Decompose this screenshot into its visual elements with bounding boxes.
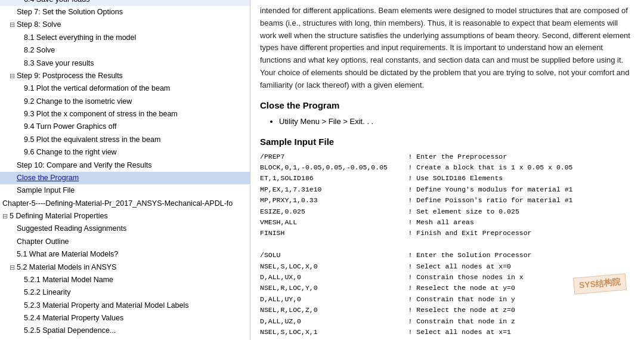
toc-item-sample-input[interactable]: Sample Input File bbox=[0, 184, 250, 197]
code-line: NSEL,S,LOC,X,1 ! Select all nodes at x=1 bbox=[260, 327, 634, 338]
code-command: MP,PRXY,1,0.33 bbox=[260, 195, 408, 206]
code-comment: ! Reselect the node at y=0 bbox=[408, 283, 515, 293]
tree-toggle-icon[interactable]: ⊟ bbox=[2, 211, 10, 221]
toc-item-step9-95[interactable]: 9.5 Plot the equivalent stress in the be… bbox=[0, 134, 250, 146]
toc-label: 8.3 Save your results bbox=[24, 59, 94, 67]
code-command: ESIZE,0.025 bbox=[260, 206, 408, 217]
code-line: /PREP7 ! Enter the Preprocessor bbox=[260, 152, 634, 162]
intro-paragraph: intended for different applications. Bea… bbox=[260, 5, 634, 92]
code-line: D,ALL,UZ,0 ! Constrain that node in z bbox=[260, 316, 634, 327]
toc-label: 5.2.2 Linearity bbox=[24, 288, 71, 296]
code-line: NSEL,R,LOC,Z,0 ! Reselect the node at z=… bbox=[260, 305, 634, 316]
code-command: D,ALL,UY,0 bbox=[260, 294, 408, 305]
code-command: FINISH bbox=[260, 228, 408, 239]
code-command: NSEL,R,LOC,Y,0 bbox=[260, 338, 408, 340]
close-bullet-text: Utility Menu > File > Exit. . . bbox=[279, 117, 373, 126]
code-line: MP,PRXY,1,0.33 ! Define Poisson's ratio … bbox=[260, 195, 634, 206]
toc-label: 5.2.5 Spatial Dependence... bbox=[24, 326, 116, 335]
code-comment: ! Reselect nodes at y=0 bbox=[408, 338, 503, 340]
toc-item-ch5-title[interactable]: Chapter-5----Defining-Material-Pr_2017_A… bbox=[0, 197, 250, 210]
code-comment: ! Define Poisson's ratio for material #1 bbox=[408, 195, 572, 206]
toc-panel[interactable]: 5.5 Select the node at (0,0,0) 5.6 Const… bbox=[0, 0, 250, 340]
code-command: VMESH,ALL bbox=[260, 217, 408, 228]
toc-item-ch5-sec5[interactable]: ⊟5 Defining Material Properties bbox=[0, 210, 250, 222]
toc-label: 5.1 What are Material Models? bbox=[17, 250, 118, 258]
code-command: NSEL,R,LOC,Z,0 bbox=[260, 305, 408, 316]
toc-item-step7[interactable]: Step 7: Set the Solution Options bbox=[0, 6, 250, 18]
toc-item-ch5-51[interactable]: 5.1 What are Material Models? bbox=[0, 248, 250, 261]
toc-label: 5.2.1 Material Model Name bbox=[24, 276, 113, 284]
toc-item-ch5-525[interactable]: 5.2.5 Spatial Dependence... bbox=[0, 324, 250, 337]
toc-item-step9-93[interactable]: 9.3 Plot the x component of stress in th… bbox=[0, 108, 250, 120]
toc-item-ch5-523[interactable]: 5.2.3 Material Property and Material Mod… bbox=[0, 299, 250, 312]
code-comment: ! Constrain those nodes in x bbox=[408, 272, 523, 283]
toc-label: Chapter Outline bbox=[17, 237, 69, 246]
code-block: /PREP7 ! Enter the PreprocessorBLOCK,0,1… bbox=[260, 152, 634, 340]
close-bullet-item: Utility Menu > File > Exit. . . bbox=[279, 115, 634, 128]
code-line: NSEL,S,LOC,X,0 ! Select all nodes at x=0 bbox=[260, 261, 634, 272]
toc-label: Step 10: Compare and Verify the Results bbox=[17, 161, 152, 169]
toc-label: 8.2 Solve bbox=[24, 46, 55, 54]
toc-item-ch5-outline[interactable]: Chapter Outline bbox=[0, 236, 250, 248]
close-bullets: Utility Menu > File > Exit. . . bbox=[260, 115, 634, 128]
code-comment: ! Enter the Preprocessor bbox=[408, 152, 507, 162]
toc-item-ch5-52[interactable]: ⊟5.2 Material Models in ANSYS bbox=[0, 261, 250, 274]
code-comment: ! Enter the Solution Processor bbox=[408, 250, 531, 261]
toc-label: Suggested Reading Assignments bbox=[17, 224, 126, 233]
code-line: NSEL,R,LOC,Y,0 ! Reselect nodes at y=0 bbox=[260, 338, 634, 340]
code-command: NSEL,S,LOC,X,1 bbox=[260, 327, 408, 338]
code-command: NSEL,R,LOC,Y,0 bbox=[260, 283, 408, 293]
toc-item-step6-64[interactable]: 6.4 Save your loads bbox=[0, 0, 250, 6]
toc-item-step9-91[interactable]: 9.1 Plot the vertical deformation of the… bbox=[0, 82, 250, 95]
code-line: D,ALL,UY,0 ! Constrain that node in y bbox=[260, 294, 634, 305]
code-line: /SOLU ! Enter the Solution Processor bbox=[260, 250, 634, 261]
toc-label: 5.2.3 Material Property and Material Mod… bbox=[24, 301, 189, 310]
code-command: D,ALL,UZ,0 bbox=[260, 316, 408, 327]
toc-item-step8[interactable]: ⊟Step 8: Solve bbox=[0, 18, 250, 31]
toc-item-ch5-suggested[interactable]: Suggested Reading Assignments bbox=[0, 222, 250, 235]
toc-item-step8-82[interactable]: 8.2 Solve bbox=[0, 44, 250, 57]
toc-label: Step 9: Postprocess the Results bbox=[17, 72, 123, 80]
tree-toggle-icon[interactable]: ⊟ bbox=[10, 20, 17, 30]
toc-item-ch5-524[interactable]: 5.2.4 Material Property Values bbox=[0, 312, 250, 324]
toc-item-step9-94[interactable]: 9.4 Turn Power Graphics off bbox=[0, 120, 250, 133]
toc-label: 9.2 Change to the isometric view bbox=[24, 97, 132, 106]
tree-toggle-icon[interactable]: ⊟ bbox=[10, 262, 17, 273]
code-line: MP,EX,1,7.31e10 ! Define Young's modulus… bbox=[260, 184, 634, 195]
toc-label: 5 Defining Material Properties bbox=[10, 212, 108, 220]
code-line: ET,1,SOLID186 ! Use SOLID186 Elements bbox=[260, 173, 634, 184]
code-command: MP,EX,1,7.31e10 bbox=[260, 184, 408, 195]
toc-label: 9.3 Plot the x component of stress in th… bbox=[24, 110, 178, 118]
toc-item-step8-81[interactable]: 8.1 Select everything in the model bbox=[0, 32, 250, 44]
toc-item-close-prog[interactable]: Close the Program bbox=[0, 172, 250, 184]
code-comment: ! Mesh all areas bbox=[408, 217, 473, 228]
code-comment: ! Select all nodes at x=0 bbox=[408, 261, 511, 272]
toc-item-step9-96[interactable]: 9.6 Change to the right view bbox=[0, 146, 250, 159]
code-line: NSEL,R,LOC,Y,0 ! Reselect the node at y=… bbox=[260, 283, 634, 293]
code-line: BLOCK,0,1,-0.05,0.05,-0.05,0.05 ! Create… bbox=[260, 162, 634, 173]
code-comment: ! Select all nodes at x=1 bbox=[408, 327, 511, 338]
code-comment: ! Constrain that node in z bbox=[408, 316, 515, 327]
close-heading: Close the Program bbox=[260, 100, 634, 110]
toc-item-step9-92[interactable]: 9.2 Change to the isometric view bbox=[0, 95, 250, 108]
toc-item-step8-83[interactable]: 8.3 Save your results bbox=[0, 57, 250, 70]
toc-label: Step 7: Set the Solution Options bbox=[17, 8, 123, 16]
code-line bbox=[260, 239, 634, 250]
tree-toggle-icon[interactable]: ⊟ bbox=[10, 71, 17, 81]
code-comment: ! Set element size to 0.025 bbox=[408, 206, 519, 217]
content-panel: intended for different applications. Bea… bbox=[250, 0, 644, 340]
code-command: NSEL,S,LOC,X,0 bbox=[260, 261, 408, 272]
code-command: /PREP7 bbox=[260, 152, 408, 162]
toc-label: 9.5 Plot the equivalent stress in the be… bbox=[24, 135, 160, 144]
toc-item-ch5-522[interactable]: 5.2.2 Linearity bbox=[0, 286, 250, 299]
toc-item-ch5-521[interactable]: 5.2.1 Material Model Name bbox=[0, 274, 250, 286]
toc-item-step10[interactable]: Step 10: Compare and Verify the Results bbox=[0, 159, 250, 172]
toc-item-step9[interactable]: ⊟Step 9: Postprocess the Results bbox=[0, 70, 250, 82]
code-line: VMESH,ALL ! Mesh all areas bbox=[260, 217, 634, 228]
sample-heading: Sample Input File bbox=[260, 137, 634, 147]
code-comment: ! Define Young's modulus for material #1 bbox=[408, 184, 572, 195]
code-command: BLOCK,0,1,-0.05,0.05,-0.05,0.05 bbox=[260, 162, 408, 173]
toc-label: Step 8: Solve bbox=[17, 20, 61, 29]
toc-label: 5.2.4 Material Property Values bbox=[24, 314, 123, 322]
code-command: ET,1,SOLID186 bbox=[260, 173, 408, 184]
